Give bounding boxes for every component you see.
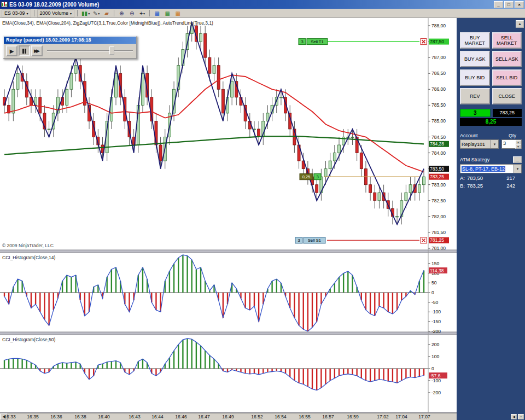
crosshair-button[interactable]: +▾ xyxy=(137,9,147,18)
sell-market-button[interactable]: SELL MARKET xyxy=(492,32,522,49)
account-select[interactable]: Replay101 ▼ xyxy=(460,139,499,149)
chart-style-button[interactable]: ▮▮▾ xyxy=(80,9,91,18)
svg-text:781,25: 781,25 xyxy=(430,237,444,243)
sell-bid-button[interactable]: SELL BID xyxy=(492,69,522,86)
svg-text:Sell S1: Sell S1 xyxy=(308,238,321,243)
instrument-select[interactable]: ES 03-09▾ xyxy=(2,9,31,18)
svg-text:785,00: 785,00 xyxy=(431,118,446,124)
pause-icon xyxy=(22,49,26,54)
svg-text:784,00: 784,00 xyxy=(431,150,446,156)
svg-text:783,25: 783,25 xyxy=(430,174,444,179)
drawing-tools-button[interactable]: ✎▾ xyxy=(91,9,101,18)
sell-ask-button[interactable]: SELL ASK xyxy=(492,51,522,67)
atm-strategy-select[interactable]: SL-8, PT-17, EB-12 ▼ xyxy=(460,164,522,173)
bid-price: 783,25 xyxy=(467,183,483,189)
window-title: ES 03-09 18.02.2009 (2000 Volume) xyxy=(9,2,99,8)
atm-strategy-label: ATM Strategy xyxy=(460,157,489,162)
chart-canvas[interactable]: 788,00787,50787,00786,50786,00785,50785,… xyxy=(0,18,457,413)
indicators-button[interactable]: ▦ xyxy=(162,9,172,18)
chart-toolbar: ES 03-09▾ 2000 Volume▾ ▮▮▾✎▾▰⊕⊖+▾▦▦▦ xyxy=(0,9,525,18)
replay-fast-forward-button[interactable]: ▶▶ xyxy=(31,45,43,56)
close-position-button[interactable]: CLOSE xyxy=(492,88,522,104)
time-axis-label: 16:33 xyxy=(2,414,18,419)
svg-text:0: 0 xyxy=(431,366,434,371)
svg-text:-100: -100 xyxy=(431,378,441,383)
svg-text:-150: -150 xyxy=(431,319,441,324)
reverse-button[interactable]: REV xyxy=(460,88,490,104)
scroll-right-button[interactable]: ◀ xyxy=(511,414,517,419)
slider-thumb[interactable] xyxy=(109,46,114,55)
position-quantity: 3 xyxy=(460,109,491,117)
toolbar-separator xyxy=(77,10,78,16)
svg-text:CCI_Histogram(Close,50): CCI_Histogram(Close,50) xyxy=(2,337,55,342)
svg-text:787,50: 787,50 xyxy=(430,39,444,44)
strategies-button[interactable]: ▦ xyxy=(173,9,183,18)
eraser-button[interactable]: ▰ xyxy=(102,9,112,18)
data-window-button[interactable]: ▦ xyxy=(152,9,162,18)
price-marker-783,25: 783,25 xyxy=(429,174,449,180)
interval-select[interactable]: 2000 Volume▾ xyxy=(37,9,75,18)
time-axis-label: 16:54 xyxy=(273,414,288,419)
buy-market-button[interactable]: BUY MARKET xyxy=(460,32,490,49)
toolbar-separator xyxy=(34,10,34,16)
replay-panel: Replay (paused) 18.02.2009 17:08:18 ▶ ▶▶ xyxy=(3,36,137,59)
qty-label: Qty xyxy=(509,133,516,138)
bid-size: 242 xyxy=(506,183,515,189)
time-axis-label: 16:59 xyxy=(345,414,360,419)
window-titlebar: ES 03-09 18.02.2009 (2000 Volume) _ □ × xyxy=(0,0,525,9)
resize-grip[interactable]: ▪ xyxy=(518,414,524,419)
indicators-icon: ▦ xyxy=(165,10,170,16)
spin-up-icon[interactable]: ▲ xyxy=(515,140,521,144)
zoom-in-icon: ⊕ xyxy=(119,10,124,16)
svg-text:-100: -100 xyxy=(431,309,441,314)
time-axis-label: 16:52 xyxy=(249,414,265,419)
replay-title: Replay (paused) 18.02.2009 17:08:18 xyxy=(4,37,136,44)
time-axis-label: 16:43 xyxy=(127,414,142,419)
replay-pause-button[interactable] xyxy=(19,45,30,56)
zoom-in-button[interactable]: ⊕ xyxy=(116,9,126,18)
svg-text:788,00: 788,00 xyxy=(431,23,446,28)
time-axis-label: 16:40 xyxy=(96,414,112,419)
svg-text:150: 150 xyxy=(431,261,439,266)
svg-text:3: 3 xyxy=(316,174,318,179)
ask-size: 217 xyxy=(506,175,515,181)
toolbar-separator xyxy=(114,10,114,16)
chart-style-icon: ▮▮ xyxy=(81,10,88,16)
time-axis: ◀ 16:3316:3516:3616:3816:4016:4316:4416:… xyxy=(0,413,457,420)
cancel-order-button-sell-t1[interactable] xyxy=(421,39,427,45)
svg-text:200: 200 xyxy=(431,342,439,347)
atm-options-button[interactable]: ... xyxy=(513,156,522,163)
cancel-order-button-sell-s1[interactable] xyxy=(421,237,427,243)
time-axis-label: 16:38 xyxy=(73,414,88,419)
zoom-out-icon: ⊖ xyxy=(130,10,134,16)
price-marker-783,50: 783,50 xyxy=(429,166,449,172)
restore-button[interactable]: □ xyxy=(504,1,514,8)
buy-ask-button[interactable]: BUY ASK xyxy=(460,51,490,67)
replay-position-slider[interactable] xyxy=(47,46,134,56)
svg-text:Sell T1: Sell T1 xyxy=(311,39,323,44)
time-axis-label: 16:55 xyxy=(297,414,312,419)
quantity-stepper[interactable]: 3 ▲▼ xyxy=(501,139,522,149)
scroll-up-button[interactable]: ▲ xyxy=(516,20,524,28)
bid-price-row: B: 783,25 242 xyxy=(460,183,522,189)
price-marker-781,25: 781,25 xyxy=(429,237,449,243)
buy-bid-button[interactable]: BUY BID xyxy=(460,69,490,86)
svg-text:0,25: 0,25 xyxy=(302,174,311,179)
svg-text:100: 100 xyxy=(431,354,439,359)
time-axis-label: 16:49 xyxy=(220,414,236,419)
position-avg-price: 783,25 xyxy=(493,109,522,117)
ask-price-row: A: 783,50 217 xyxy=(460,175,522,181)
replay-play-button[interactable]: ▶ xyxy=(6,45,18,56)
svg-text:3: 3 xyxy=(298,238,300,243)
strategies-icon: ▦ xyxy=(175,10,180,16)
minimize-button[interactable]: _ xyxy=(494,1,503,8)
svg-text:781,50: 781,50 xyxy=(431,230,446,235)
spin-down-icon[interactable]: ▼ xyxy=(515,144,521,149)
svg-text:© 2009 NinjaTrader, LLC: © 2009 NinjaTrader, LLC xyxy=(2,243,54,248)
svg-text:114,38: 114,38 xyxy=(430,268,444,273)
zoom-out-button[interactable]: ⊖ xyxy=(127,9,137,18)
panel-bottom-strip: ◀ ▪ xyxy=(457,413,525,420)
time-axis-label: 16:57 xyxy=(320,414,336,419)
close-button[interactable]: × xyxy=(515,1,524,8)
time-axis-label: 16:36 xyxy=(49,414,64,419)
